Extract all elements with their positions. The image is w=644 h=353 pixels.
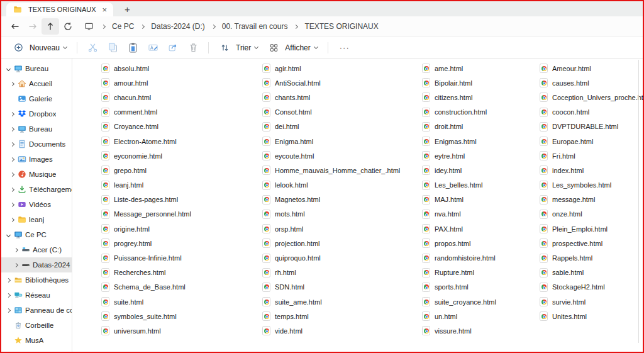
scrollbar[interactable] — [638, 60, 639, 343]
file-item[interactable]: sports.html — [422, 283, 540, 292]
breadcrumb-textes-originaux[interactable]: TEXTES ORIGINAUX — [303, 21, 379, 32]
file-item[interactable]: Les_symboles.html — [540, 181, 644, 190]
file-item[interactable]: quiproquo.html — [262, 254, 422, 263]
refresh-button[interactable] — [59, 18, 77, 35]
sidebar-item-panneau-de-confi[interactable]: Panneau de confi — [1, 303, 72, 318]
file-item[interactable]: DVPTDURABLE.html — [540, 122, 644, 132]
sort-button[interactable]: Trier — [214, 40, 263, 55]
sidebar-item-datas-2024-d[interactable]: Datas-2024 (D:) — [1, 257, 72, 272]
chevron-right-icon[interactable] — [12, 261, 19, 269]
file-item[interactable]: dei.html — [262, 122, 422, 132]
chevron-right-icon[interactable] — [8, 155, 16, 163]
chevron-right-icon[interactable] — [8, 186, 16, 193]
file-item[interactable]: sable.html — [540, 268, 644, 277]
sidebar-item-vid-os[interactable]: Vidéos — [1, 197, 72, 212]
file-item[interactable]: chacun.html — [101, 92, 262, 102]
file-item[interactable]: symboles_suite.html — [101, 311, 262, 321]
file-item[interactable]: eyconomie.html — [101, 151, 262, 160]
sidebar-item-images[interactable]: Images — [1, 152, 72, 167]
file-item[interactable]: projection.html — [262, 238, 422, 248]
file-item[interactable]: idey.html — [422, 165, 540, 175]
new-tab-button[interactable]: + — [122, 4, 133, 14]
sidebar-item-biblioth-ques[interactable]: Bibliothèques — [1, 272, 72, 288]
file-item[interactable]: Magnetos.html — [262, 195, 422, 205]
sidebar-item-r-seau[interactable]: Réseau — [1, 288, 72, 303]
chevron-right-icon[interactable] — [4, 291, 12, 299]
file-item[interactable]: absolu.html — [101, 64, 262, 73]
file-item[interactable]: eycoute.html — [262, 151, 422, 160]
file-item[interactable]: MAJ.html — [422, 195, 540, 205]
chevron-right-icon[interactable] — [8, 140, 16, 148]
rename-button[interactable] — [143, 40, 163, 56]
file-item[interactable]: progrey.html — [101, 238, 262, 248]
file-item[interactable]: suite.html — [101, 297, 262, 306]
file-item[interactable]: Les_belles.html — [422, 181, 540, 190]
file-item[interactable]: Consot.html — [262, 108, 422, 117]
chevron-right-icon[interactable] — [8, 171, 16, 178]
close-tab-icon[interactable]: × — [101, 6, 108, 14]
sidebar-item-ce-pc[interactable]: Ce PC — [1, 227, 72, 242]
file-item[interactable]: vissure.html — [422, 326, 540, 335]
file-item[interactable]: lelook.html — [262, 181, 422, 190]
file-item[interactable]: un.html — [422, 311, 540, 321]
file-item[interactable]: Bipolair.html — [422, 78, 540, 87]
file-item[interactable]: coocon.html — [540, 108, 644, 117]
file-item[interactable]: Schema_de_Base.html — [101, 283, 262, 292]
file-item[interactable]: message.html — [540, 195, 644, 205]
file-item[interactable]: Plein_Emploi.html — [540, 224, 644, 233]
file-item[interactable]: Europae.html — [540, 137, 644, 146]
sidebar-item-bureau[interactable]: Bureau — [1, 61, 72, 76]
sidebar-item-corbeille[interactable]: Corbeille — [1, 318, 72, 333]
breadcrumb-datas-2024[interactable]: Datas-2024 (D:) — [150, 21, 206, 32]
file-item[interactable]: index.html — [540, 165, 644, 175]
more-options-button[interactable]: ··· — [333, 43, 356, 52]
file-item[interactable]: droit.html — [422, 122, 540, 132]
file-item[interactable]: Enigma.html — [262, 137, 422, 146]
file-item[interactable]: Fri.html — [540, 151, 644, 160]
copy-button[interactable] — [103, 40, 123, 56]
chevron-down-icon[interactable] — [4, 231, 12, 238]
sidebar-item-musa[interactable]: MusA — [1, 333, 72, 348]
file-item[interactable]: Electron-Atome.html — [101, 137, 262, 146]
file-item[interactable]: Enigmas.html — [422, 137, 540, 146]
tab-textes-originaux[interactable]: TEXTES ORIGINAUX × — [6, 3, 113, 16]
sidebar-item-bureau[interactable]: Bureau — [1, 121, 72, 137]
file-item[interactable]: chants.html — [262, 92, 422, 102]
sidebar-item-dropbox[interactable]: Dropbox — [1, 106, 72, 121]
file-item[interactable]: agir.html — [262, 64, 422, 73]
file-item[interactable]: amour.html — [101, 78, 262, 87]
forward-button[interactable] — [24, 18, 42, 35]
sidebar-item-acer-c[interactable]: Acer (C:) — [1, 242, 72, 257]
delete-button[interactable] — [183, 40, 203, 56]
file-item[interactable]: Homme_mauvais_Homme_chatier_.html — [262, 165, 422, 175]
chevron-right-icon[interactable] — [8, 125, 16, 133]
chevron-right-icon[interactable] — [12, 246, 19, 254]
file-item[interactable]: construction.html — [422, 108, 540, 117]
sidebar-item-t-l-chargements[interactable]: Téléchargements — [1, 182, 72, 197]
chevron-right-icon[interactable] — [4, 306, 12, 314]
sidebar-item-galerie[interactable]: Galerie — [1, 91, 72, 106]
file-item[interactable]: eytre.html — [422, 151, 540, 160]
chevron-right-icon[interactable] — [8, 201, 16, 208]
file-item[interactable]: PAX.html — [422, 224, 540, 233]
view-button[interactable]: Afficher — [263, 40, 322, 55]
file-item[interactable]: SDN.html — [262, 283, 422, 292]
file-item[interactable]: suite_ame.html — [262, 297, 422, 306]
file-item[interactable]: onze.html — [540, 210, 644, 219]
file-item[interactable]: Croyance.html — [101, 122, 262, 132]
file-item[interactable]: randomhistoire.html — [422, 254, 540, 263]
file-item[interactable]: Rupture.html — [422, 268, 540, 277]
file-item[interactable]: Message_personnel.html — [101, 210, 262, 219]
file-item[interactable]: propos.html — [422, 238, 540, 248]
file-item[interactable]: orsp.html — [262, 224, 422, 233]
file-item[interactable]: StockageH2.html — [540, 283, 644, 292]
file-item[interactable]: origine.html — [101, 224, 262, 233]
file-item[interactable]: grepo.html — [101, 165, 262, 175]
file-item[interactable]: survie.html — [540, 297, 644, 306]
breadcrumb-ce-pc[interactable]: Ce PC — [111, 21, 135, 32]
file-item[interactable]: Unites.html — [540, 311, 644, 321]
file-item[interactable]: AntiSocial.html — [262, 78, 422, 87]
file-item[interactable]: vide.html — [262, 326, 422, 335]
file-item[interactable]: comment.html — [101, 108, 262, 117]
file-item[interactable]: Liste-des-pages.html — [101, 195, 262, 205]
